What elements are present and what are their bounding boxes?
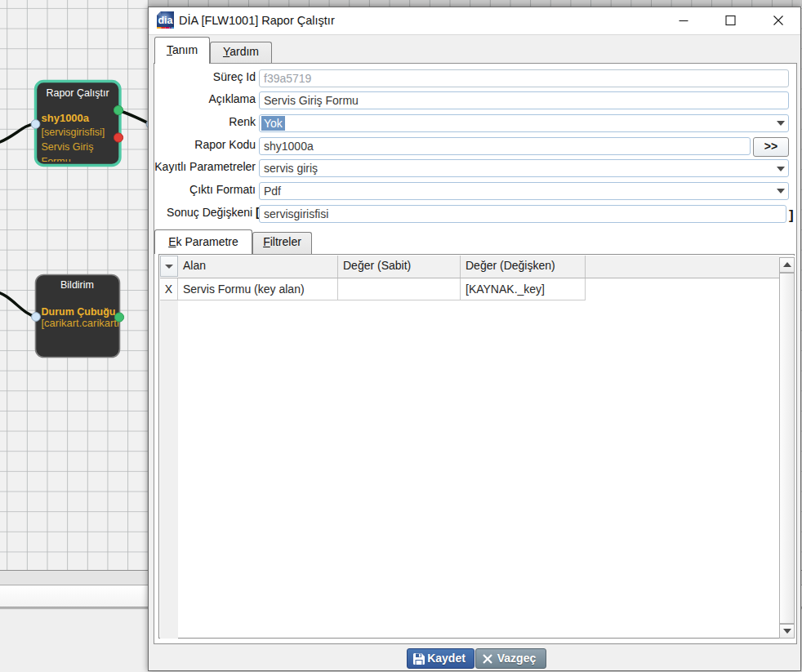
svg-text:Rapor Çalıştır: Rapor Çalıştır (46, 87, 109, 99)
svg-text:Bildirim: Bildirim (60, 279, 94, 291)
svg-text:dia: dia (158, 15, 173, 26)
svg-text:Servis Giriş: Servis Giriş (42, 141, 94, 153)
svg-text:shy1000a: shy1000a (42, 112, 90, 124)
svg-text:[servisgirisfisi]: [servisgirisfisi] (42, 127, 105, 138)
